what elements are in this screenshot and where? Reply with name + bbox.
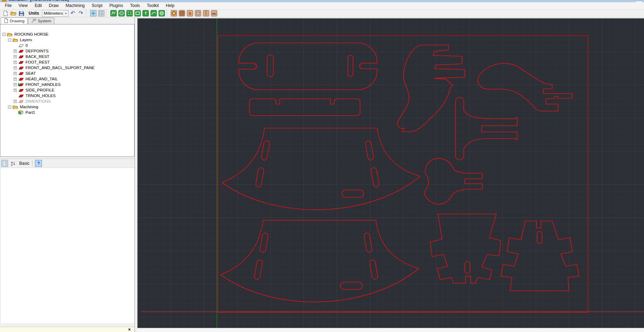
footrest-outline[interactable]: [455, 97, 517, 160]
tree-item-defpoints[interactable]: +DEFPOINTS: [0, 48, 134, 54]
tree-item-front-and-bacl-suport-pane[interactable]: +FRONT_AND_BACL_SUPORT_PANE: [0, 65, 134, 71]
menu-help[interactable]: Help: [162, 2, 178, 9]
tree-item-back-rest[interactable]: +BACK_REST: [0, 54, 134, 59]
expand-icon[interactable]: +: [14, 89, 17, 92]
seat-outline[interactable]: [239, 43, 377, 90]
tree-item-trnon-holes[interactable]: TRNON_HOLES: [0, 93, 134, 98]
rocker-top-slot-1[interactable]: [261, 140, 270, 161]
layer-icon: [18, 77, 24, 81]
menu-draw[interactable]: Draw: [45, 2, 62, 9]
tree-item-seat[interactable]: +SEAT: [0, 71, 134, 76]
draw-surface-icon[interactable]: [158, 10, 165, 17]
units-label: Units: [26, 11, 41, 16]
machine-profile-icon[interactable]: [170, 10, 177, 17]
panel-tabstrip: DrawingSystem: [0, 17, 134, 24]
menu-toolkit[interactable]: Toolkit: [144, 2, 162, 9]
machine-pocket-icon[interactable]: [178, 10, 185, 17]
expand-icon[interactable]: +: [14, 55, 17, 58]
seat-slot-right[interactable]: [348, 55, 353, 76]
rocker-top-outline[interactable]: [222, 128, 420, 210]
tree-item-front-handles[interactable]: +FRONT_HANDLES: [0, 82, 134, 87]
toggle-axes-icon[interactable]: [89, 10, 97, 17]
rocker-top-slot-4[interactable]: [371, 167, 379, 187]
property-grid[interactable]: [0, 168, 134, 323]
expand-icon[interactable]: +: [14, 50, 17, 53]
menu-plugins[interactable]: Plugins: [106, 2, 126, 9]
rocker-bottom-outline[interactable]: [221, 220, 419, 302]
menu-view[interactable]: View: [15, 2, 31, 9]
tree-item-part1[interactable]: Part1: [0, 110, 134, 115]
save-file-icon[interactable]: [18, 10, 25, 17]
expand-icon[interactable]: +: [14, 61, 17, 64]
application-window: CamBam+ [ROCKING HORSE] FileViewEditDraw…: [0, 0, 644, 332]
part-icon: [18, 110, 24, 115]
categorized-view-icon[interactable]: [1, 160, 8, 167]
open-file-icon[interactable]: [10, 10, 17, 17]
expand-icon[interactable]: +: [14, 72, 17, 75]
sort-az-icon[interactable]: AZ: [9, 160, 16, 167]
expand-icon[interactable]: +: [14, 100, 17, 103]
head-outline[interactable]: [397, 45, 465, 132]
rocker-top-slot-2[interactable]: [255, 167, 264, 187]
tree-item-side-profile[interactable]: +SIDE_PROFILE: [0, 87, 134, 93]
machine-heightmap-icon[interactable]: HC: [210, 10, 218, 17]
undo-icon[interactable]: ↶: [69, 10, 76, 17]
menu-tools[interactable]: Tools: [127, 2, 144, 9]
cad-canvas[interactable]: [137, 18, 644, 328]
draw-points-icon[interactable]: [126, 10, 133, 17]
tree-item-dimentions[interactable]: +DIMENTIONS: [0, 98, 134, 104]
support-panel-left-slot[interactable]: [465, 261, 470, 273]
expand-icon[interactable]: +: [14, 66, 17, 69]
layer-icon: [18, 49, 24, 53]
tab-system[interactable]: System: [28, 17, 54, 24]
new-file-icon[interactable]: [2, 10, 9, 17]
draw-text-icon[interactable]: T: [142, 10, 149, 17]
menu-file[interactable]: File: [1, 2, 15, 9]
redo-icon[interactable]: ↷: [77, 10, 85, 17]
toolbar-separator: [167, 10, 169, 17]
tree-item-label: SIDE_PROFILE: [25, 88, 54, 92]
rocker-bottom-slot-4[interactable]: [369, 259, 378, 280]
tail-outline[interactable]: [478, 63, 572, 111]
main-toolbar: UnitsMillimeters▾↶↷TSHC: [0, 9, 644, 17]
menu-edit[interactable]: Edit: [31, 2, 45, 9]
tree-item-foot-rest[interactable]: +FOOT_REST: [0, 59, 134, 65]
tree-item-machining[interactable]: -Machining: [0, 104, 134, 110]
handle-outline[interactable]: [425, 158, 482, 204]
drawing-tree[interactable]: -ROCKING HORSE-Layers0+DEFPOINTS+BACK_RE…: [0, 24, 134, 157]
expand-icon[interactable]: +: [14, 78, 17, 81]
tree-item-rocking-horse[interactable]: -ROCKING HORSE: [0, 31, 134, 37]
draw-rectangle-icon[interactable]: [134, 10, 141, 17]
rocker-top-slot-3[interactable]: [365, 140, 374, 161]
collapse-icon[interactable]: -: [2, 33, 6, 36]
collapse-icon[interactable]: -: [8, 38, 11, 42]
tree-item-0[interactable]: 0: [0, 43, 134, 48]
machine-drill-icon[interactable]: [194, 10, 202, 17]
tree-item-label: Part1: [25, 110, 35, 115]
tab-drawing[interactable]: Drawing: [1, 17, 28, 24]
seat-slot-left[interactable]: [267, 55, 273, 77]
backrest-outline[interactable]: [249, 99, 360, 116]
collapse-icon[interactable]: -: [8, 105, 11, 109]
units-select[interactable]: Millimeters▾: [42, 10, 68, 17]
menu-machining[interactable]: Machining: [62, 2, 88, 9]
status-strip: [137, 328, 644, 332]
toggle-grid-icon[interactable]: [97, 10, 105, 17]
support-panel-right-slot[interactable]: [537, 231, 542, 244]
draw-circle-icon[interactable]: [118, 10, 125, 17]
rocker-top-slot-5[interactable]: [342, 190, 364, 197]
machine-engrave-icon[interactable]: S: [186, 10, 193, 17]
draw-curve-icon[interactable]: [150, 10, 157, 17]
rocker-bottom-slot-3[interactable]: [364, 233, 372, 253]
expand-icon[interactable]: +: [14, 83, 17, 86]
rocker-bottom-slot-2[interactable]: [254, 259, 263, 280]
menu-script[interactable]: Script: [88, 2, 106, 9]
tree-item-layers[interactable]: -Layers: [0, 37, 134, 43]
help-button[interactable]: ?: [35, 160, 42, 167]
rocker-bottom-slot-1[interactable]: [259, 233, 268, 253]
rocker-bottom-slot-5[interactable]: [341, 282, 362, 289]
draw-polyline-icon[interactable]: [110, 10, 117, 17]
machine-3dprofile-icon[interactable]: [202, 10, 210, 17]
tree-item-head-and-tail[interactable]: +HEAD_AND_TAIL: [0, 76, 134, 82]
close-icon[interactable]: ×: [127, 327, 132, 332]
